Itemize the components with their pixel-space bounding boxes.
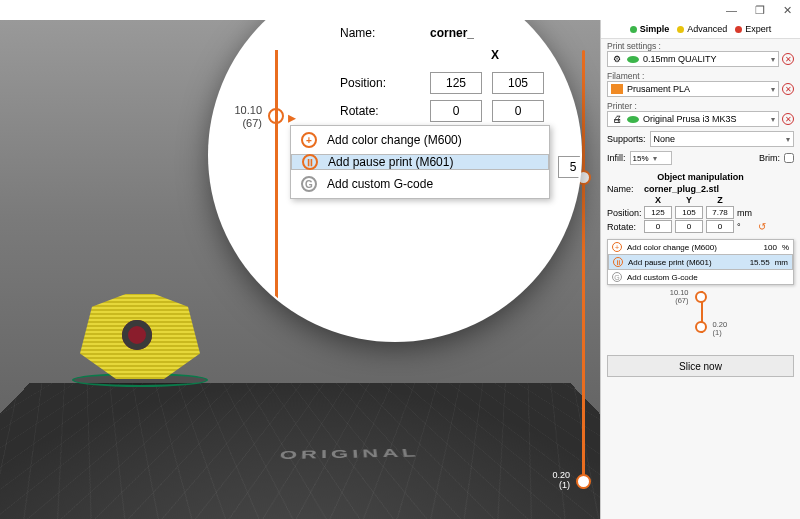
supports-select[interactable]: None ▾ — [650, 131, 794, 147]
mode-expert[interactable]: Expert — [735, 24, 771, 34]
object-manipulation-panel: Object manipulation Name: corner_plug_2.… — [601, 167, 800, 237]
pos-z-input[interactable] — [706, 206, 734, 219]
layer-slider-bottom-label: 0.20(1) — [552, 471, 570, 491]
model-preview[interactable] — [80, 294, 200, 379]
name-label: Name: — [607, 184, 641, 194]
panel-slider-lower-thumb[interactable] — [695, 321, 707, 333]
layer-context-menu-small: + Add color change (M600) 100 % ⏸ Add pa… — [607, 239, 794, 285]
pos-x-input[interactable] — [644, 206, 672, 219]
infill-select[interactable]: 15%▾ — [630, 151, 672, 165]
window-close-button[interactable]: ✕ — [783, 4, 792, 17]
plus-circle-icon: + — [301, 132, 317, 148]
axis-x-header: X — [491, 48, 499, 62]
filament-swatch-icon — [611, 84, 623, 94]
rotate-x-input[interactable] — [430, 100, 482, 122]
print-settings-label: Print settings : — [607, 41, 794, 51]
rotate-label: Rotate: — [607, 222, 641, 232]
rot-x-input[interactable] — [644, 220, 672, 233]
remove-filament-icon[interactable]: ✕ — [782, 83, 794, 95]
panel-slider-top-label: 10.10(67) — [670, 289, 689, 306]
window-minimize-button[interactable]: — — [726, 4, 737, 16]
pause-circle-icon: ⏸ — [613, 257, 623, 267]
menu-add-custom-gcode[interactable]: G Add custom G-code — [608, 270, 793, 284]
panel-slider-bottom-label: 0.20(1) — [713, 321, 728, 338]
printer-icon: 🖨 — [611, 114, 623, 124]
chevron-down-icon: ▾ — [771, 85, 775, 94]
magnified-layer-slider[interactable]: 10.10(67) ▸ — [266, 50, 288, 310]
menu-add-pause-print[interactable]: ⏸ Add pause print (M601) — [291, 154, 549, 170]
filament-label: Filament : — [607, 71, 794, 81]
position-x-input[interactable] — [430, 72, 482, 94]
quality-dot-icon — [627, 56, 639, 63]
menu-add-color-change[interactable]: + Add color change (M600) — [291, 126, 549, 154]
rot-z-input[interactable] — [706, 220, 734, 233]
chevron-down-icon: ▾ — [771, 55, 775, 64]
object-name: corner_plug_2.stl — [644, 184, 794, 194]
scale-value: 100 — [764, 243, 777, 252]
slider-caret-icon: ▸ — [288, 108, 302, 122]
printer-dot-icon — [627, 116, 639, 123]
window-maximize-button[interactable]: ❐ — [755, 4, 765, 17]
reset-rotation-icon[interactable]: ↺ — [758, 221, 766, 232]
slice-now-button[interactable]: Slice now — [607, 355, 794, 377]
menu-add-color-change[interactable]: + Add color change (M600) 100 % — [608, 240, 793, 254]
gcode-circle-icon: G — [301, 176, 317, 192]
unit-mm: mm — [737, 208, 755, 218]
chevron-down-icon: ▾ — [786, 135, 790, 144]
add-marker-icon[interactable] — [268, 108, 284, 124]
magnified-slider-label: 10.10(67) — [234, 104, 262, 129]
chevron-down-icon: ▾ — [771, 115, 775, 124]
brim-checkbox[interactable] — [784, 153, 794, 163]
gear-icon: ⚙ — [611, 54, 623, 64]
supports-label: Supports: — [607, 134, 646, 144]
remove-printer-icon[interactable]: ✕ — [782, 113, 794, 125]
rot-y-input[interactable] — [675, 220, 703, 233]
layer-slider-lower-thumb[interactable] — [576, 474, 591, 489]
mode-switcher: Simple Advanced Expert — [601, 20, 800, 39]
gcode-circle-icon: G — [612, 272, 622, 282]
position-label: Position: — [340, 76, 420, 90]
position-label: Position: — [607, 208, 641, 218]
brim-label: Brim: — [759, 153, 780, 163]
rotate-label: Rotate: — [340, 104, 420, 118]
3d-viewport[interactable]: ORIGINAL 10.10(67) 0.20(1) Object manipu… — [0, 20, 600, 519]
unit-mm: mm — [775, 258, 788, 267]
size-value: 15.55 — [750, 258, 770, 267]
layer-context-menu: + Add color change (M600) ⏸ Add pause pr… — [290, 125, 550, 199]
position-y-input[interactable] — [492, 72, 544, 94]
rotate-y-input[interactable] — [492, 100, 544, 122]
menu-add-pause-print[interactable]: ⏸ Add pause print (M601) 15.55 mm — [608, 254, 793, 270]
mode-advanced[interactable]: Advanced — [677, 24, 727, 34]
remove-preset-icon[interactable]: ✕ — [782, 53, 794, 65]
object-name-value: corner_ — [430, 26, 474, 40]
mode-simple[interactable]: Simple — [630, 24, 670, 34]
side-panel: Simple Advanced Expert Print settings : … — [600, 20, 800, 519]
printer-select[interactable]: 🖨 Original Prusa i3 MK3S ▾ — [607, 111, 779, 127]
panel-layer-slider[interactable]: 10.10(67) 0.20(1) — [609, 291, 792, 347]
panel-slider-upper-thumb[interactable] — [695, 291, 707, 303]
bed-brand-label: ORIGINAL — [279, 446, 421, 462]
infill-label: Infill: — [607, 153, 626, 163]
magnifier-overlay: Object manipul Name: corner_ X Position:… — [210, 20, 580, 340]
window-titlebar: — ❐ ✕ — [0, 0, 800, 20]
pos-y-input[interactable] — [675, 206, 703, 219]
name-label: Name: — [340, 26, 420, 40]
print-settings-select[interactable]: ⚙ 0.15mm QUALITY ▾ — [607, 51, 779, 67]
plus-circle-icon: + — [612, 242, 622, 252]
filament-select[interactable]: Prusament PLA ▾ — [607, 81, 779, 97]
printer-label: Printer : — [607, 101, 794, 111]
hidden-value-input[interactable] — [558, 156, 580, 178]
unit-deg: ° — [737, 222, 755, 232]
menu-add-custom-gcode[interactable]: G Add custom G-code — [291, 170, 549, 198]
unit-percent: % — [782, 243, 789, 252]
pause-circle-icon: ⏸ — [302, 154, 318, 170]
